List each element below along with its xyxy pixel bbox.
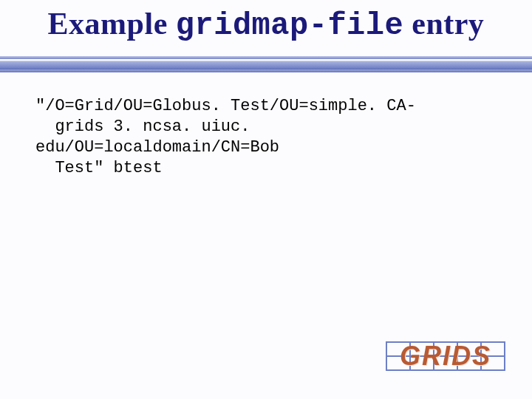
title-word-example: Example (48, 7, 176, 41)
divider-bars (0, 56, 532, 72)
slide-title: Example gridmap-file entry (24, 7, 508, 42)
title-code: gridmap-file (176, 8, 403, 44)
grids-logo: GRIDS (386, 337, 505, 375)
title-word-entry: entry (403, 7, 484, 41)
slide: Example gridmap-file entry "/O=Grid/OU=G… (0, 0, 532, 399)
gridmap-entry-text: "/O=Grid/OU=Globus. Test/OU=simple. CA- … (35, 96, 497, 180)
divider-bar-top (0, 56, 532, 59)
divider-bar-middle (0, 61, 532, 69)
logo-text: GRIDS (386, 337, 505, 375)
divider-bar-bottom (0, 69, 532, 72)
